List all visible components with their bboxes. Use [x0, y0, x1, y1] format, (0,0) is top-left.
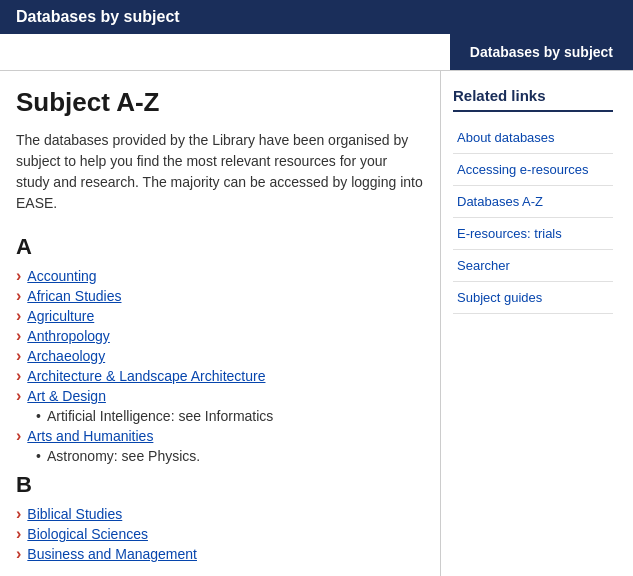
related-link[interactable]: E-resources: trials	[453, 218, 613, 249]
subject-link[interactable]: Anthropology	[27, 328, 110, 344]
subject-link[interactable]: Agriculture	[27, 308, 94, 324]
related-link[interactable]: Subject guides	[453, 282, 613, 313]
subject-link[interactable]: African Studies	[27, 288, 121, 304]
related-link[interactable]: Searcher	[453, 250, 613, 281]
list-item: Arts and Humanities	[16, 428, 424, 444]
list-item: Art & Design	[16, 388, 424, 404]
related-links-list: About databasesAccessing e-resourcesData…	[453, 122, 613, 314]
list-item: Agriculture	[16, 308, 424, 324]
sidebar: Related links About databasesAccessing e…	[440, 71, 625, 576]
subject-link[interactable]: Biological Sciences	[27, 526, 148, 542]
page-title: Subject A-Z	[16, 87, 424, 118]
note-text: Astronomy: see Physics.	[47, 448, 200, 464]
related-link-item: Subject guides	[453, 282, 613, 314]
list-item: Astronomy: see Physics.	[16, 448, 424, 464]
sections-container: AAccountingAfrican StudiesAgricultureAnt…	[16, 234, 424, 562]
subject-link[interactable]: Architecture & Landscape Architecture	[27, 368, 265, 384]
page-layout: Subject A-Z The databases provided by th…	[0, 71, 633, 576]
subject-list-a: AccountingAfrican StudiesAgricultureAnth…	[16, 268, 424, 464]
related-link[interactable]: Databases A-Z	[453, 186, 613, 217]
related-link[interactable]: Accessing e-resources	[453, 154, 613, 185]
related-link-item: E-resources: trials	[453, 218, 613, 250]
subject-link[interactable]: Archaeology	[27, 348, 105, 364]
related-links-title: Related links	[453, 87, 613, 112]
list-item: Biological Sciences	[16, 526, 424, 542]
list-item: Biblical Studies	[16, 506, 424, 522]
sub-header-tab[interactable]: Databases by subject	[450, 34, 633, 70]
list-item: Archaeology	[16, 348, 424, 364]
list-item: African Studies	[16, 288, 424, 304]
list-item: Anthropology	[16, 328, 424, 344]
subject-list-b: Biblical StudiesBiological SciencesBusin…	[16, 506, 424, 562]
subject-link[interactable]: Art & Design	[27, 388, 106, 404]
related-link-item: About databases	[453, 122, 613, 154]
list-item: Architecture & Landscape Architecture	[16, 368, 424, 384]
intro-text: The databases provided by the Library ha…	[16, 130, 424, 214]
list-item: Accounting	[16, 268, 424, 284]
related-link[interactable]: About databases	[453, 122, 613, 153]
main-content: Subject A-Z The databases provided by th…	[0, 71, 440, 576]
section-letter-a: A	[16, 234, 424, 260]
related-link-item: Accessing e-resources	[453, 154, 613, 186]
subject-link[interactable]: Business and Management	[27, 546, 197, 562]
section-letter-b: B	[16, 472, 424, 498]
sub-header: Databases by subject	[0, 34, 633, 71]
list-item: Business and Management	[16, 546, 424, 562]
related-link-item: Databases A-Z	[453, 186, 613, 218]
top-banner: Databases by subject	[0, 0, 633, 34]
note-text: Artificial Intelligence: see Informatics	[47, 408, 273, 424]
subject-link[interactable]: Biblical Studies	[27, 506, 122, 522]
top-banner-title: Databases by subject	[16, 8, 180, 25]
list-item: Artificial Intelligence: see Informatics	[16, 408, 424, 424]
subject-link[interactable]: Arts and Humanities	[27, 428, 153, 444]
subject-link[interactable]: Accounting	[27, 268, 96, 284]
related-link-item: Searcher	[453, 250, 613, 282]
